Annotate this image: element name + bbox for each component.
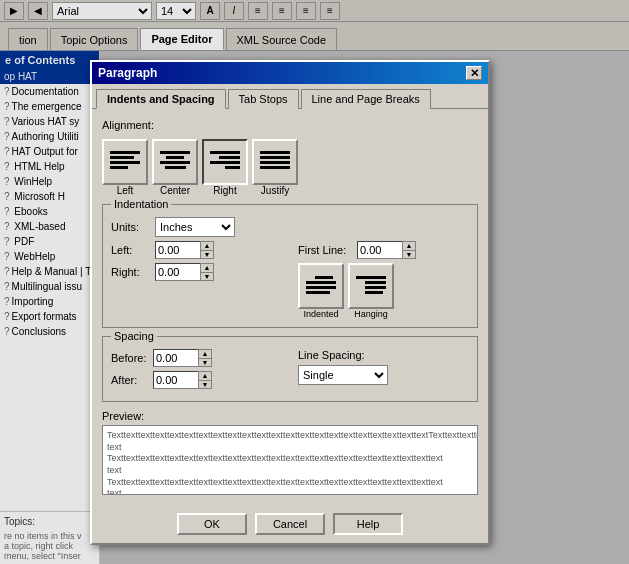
align-center-button[interactable] [152, 139, 198, 185]
first-line-label: First Line: [298, 244, 353, 256]
dialog-close-button[interactable]: ✕ [466, 66, 482, 80]
align-right-button[interactable] [202, 139, 248, 185]
align-center-label: Center [160, 185, 190, 196]
indented-button[interactable] [298, 263, 344, 309]
preview-area: Texttexttexttexttexttexttexttexttexttext… [102, 425, 478, 495]
indentation-columns: Left: ▲ ▼ Right: [111, 241, 469, 319]
hanging-button[interactable] [348, 263, 394, 309]
line-spacing-label: Line Spacing: [298, 349, 365, 361]
before-input-group: ▲ ▼ [153, 349, 212, 367]
help-button[interactable]: Help [333, 513, 403, 535]
ok-button[interactable]: OK [177, 513, 247, 535]
before-input[interactable] [153, 349, 198, 367]
after-up[interactable]: ▲ [199, 372, 211, 381]
dialog-tab-indents[interactable]: Indents and Spacing [96, 89, 226, 109]
first-line-up[interactable]: ▲ [403, 242, 415, 251]
spacing-left-col: Before: ▲ ▼ After: [111, 349, 282, 393]
line-spacing-row: Line Spacing: [298, 349, 469, 361]
first-line-input-group: ▲ ▼ [357, 241, 416, 259]
indentation-left-col: Left: ▲ ▼ Right: [111, 241, 282, 319]
dialog-body: Alignment: Left [92, 108, 488, 505]
left-indent-spinner[interactable]: ▲ ▼ [200, 241, 214, 259]
after-label: After: [111, 374, 149, 386]
align-left-button[interactable] [102, 139, 148, 185]
before-spinner[interactable]: ▲ ▼ [198, 349, 212, 367]
after-input[interactable] [153, 371, 198, 389]
align-left-label: Left [117, 185, 134, 196]
left-indent-row: Left: ▲ ▼ [111, 241, 282, 259]
alignment-buttons: Left Center [102, 139, 478, 196]
units-label: Units: [111, 221, 151, 233]
left-indent-input[interactable] [155, 241, 200, 259]
line-spacing-select-row: Single 1.5 Lines Double [298, 365, 469, 385]
hanging-label: Hanging [354, 309, 388, 319]
before-down[interactable]: ▼ [199, 359, 211, 367]
cancel-button[interactable]: Cancel [255, 513, 325, 535]
right-indent-down[interactable]: ▼ [201, 273, 213, 281]
spacing-label: Spacing [111, 330, 157, 342]
after-row: After: ▲ ▼ [111, 371, 282, 389]
dialog-title: Paragraph [98, 66, 157, 80]
first-line-row: First Line: ▲ ▼ [298, 241, 469, 259]
align-justify-button[interactable] [252, 139, 298, 185]
after-down[interactable]: ▼ [199, 381, 211, 389]
right-indent-spinner[interactable]: ▲ ▼ [200, 263, 214, 281]
units-select[interactable]: Inches [155, 217, 235, 237]
after-spinner[interactable]: ▲ ▼ [198, 371, 212, 389]
dialog-tab-tabstops[interactable]: Tab Stops [228, 89, 299, 109]
units-row: Units: Inches [111, 217, 469, 237]
indent-style-buttons: Indented Hanging [298, 263, 469, 319]
spacing-group: Spacing Before: ▲ ▼ Afte [102, 336, 478, 402]
dialog-titlebar: Paragraph ✕ [92, 62, 488, 84]
paragraph-dialog: Paragraph ✕ Indents and Spacing Tab Stop… [90, 60, 490, 545]
right-indent-input[interactable] [155, 263, 200, 281]
left-indent-down[interactable]: ▼ [201, 251, 213, 259]
before-row: Before: ▲ ▼ [111, 349, 282, 367]
left-indent-up[interactable]: ▲ [201, 242, 213, 251]
indentation-label: Indentation [111, 198, 171, 210]
preview-section: Preview: Texttexttexttexttexttexttexttex… [102, 410, 478, 495]
right-indent-row: Right: ▲ ▼ [111, 263, 282, 281]
right-indent-input-group: ▲ ▼ [155, 263, 214, 281]
before-up[interactable]: ▲ [199, 350, 211, 359]
before-label: Before: [111, 352, 149, 364]
spacing-columns: Before: ▲ ▼ After: [111, 349, 469, 393]
line-spacing-select[interactable]: Single 1.5 Lines Double [298, 365, 388, 385]
dialog-tab-linebreaks[interactable]: Line and Page Breaks [301, 89, 431, 109]
align-right-label: Right [213, 185, 236, 196]
indented-label: Indented [303, 309, 338, 319]
dialog-buttons: OK Cancel Help [92, 505, 488, 543]
left-indent-label: Left: [111, 244, 151, 256]
right-indent-label: Right: [111, 266, 151, 278]
align-justify-label: Justify [261, 185, 289, 196]
indentation-right-col: First Line: ▲ ▼ [298, 241, 469, 319]
alignment-label: Alignment: [102, 119, 478, 131]
dialog-tab-strip: Indents and Spacing Tab Stops Line and P… [92, 84, 488, 108]
indentation-group: Indentation Units: Inches Left: ▲ [102, 204, 478, 328]
first-line-down[interactable]: ▼ [403, 251, 415, 259]
first-line-spinner[interactable]: ▲ ▼ [402, 241, 416, 259]
preview-label: Preview: [102, 410, 478, 422]
left-indent-input-group: ▲ ▼ [155, 241, 214, 259]
right-indent-up[interactable]: ▲ [201, 264, 213, 273]
alignment-section: Alignment: Left [102, 119, 478, 196]
spacing-right-col: Line Spacing: Single 1.5 Lines Double [298, 349, 469, 393]
after-input-group: ▲ ▼ [153, 371, 212, 389]
first-line-input[interactable] [357, 241, 402, 259]
